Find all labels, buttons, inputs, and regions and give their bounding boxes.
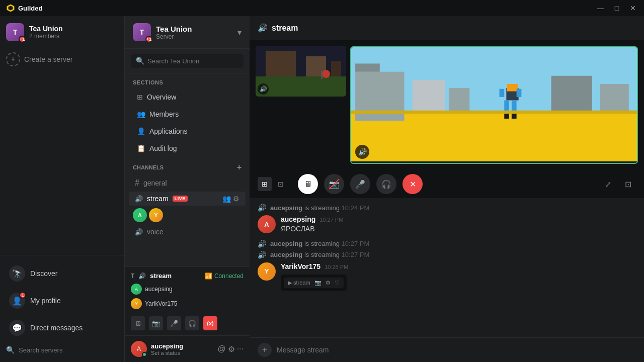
connected-avatar-aucepsing: A xyxy=(131,284,142,295)
mini-sound-button[interactable]: 🔊 xyxy=(258,83,269,95)
channel-search-icon: 🔍 xyxy=(136,57,144,65)
user-profile-bar: A aucepsing Set a status @ ⚙ ··· xyxy=(125,335,250,362)
attach-button[interactable]: + xyxy=(258,343,272,357)
section-members[interactable]: 👥 Members xyxy=(129,106,246,122)
message-input-bar: + xyxy=(250,337,644,362)
profile-icon: 👤 1 xyxy=(9,293,25,309)
section-overview[interactable]: ⊞ Overview xyxy=(129,89,246,105)
channel-stream[interactable]: 🔊 stream LIVE 👥 ⚙ xyxy=(129,192,246,206)
connected-users-list: A aucepsing Y YarikVor175 xyxy=(131,283,244,310)
settings-button[interactable]: ⚙ xyxy=(228,344,235,354)
user-status: Set a status xyxy=(151,350,213,356)
grid-view-button[interactable]: ⊞ xyxy=(258,177,272,191)
game-scene-svg xyxy=(351,47,637,161)
section-applications[interactable]: 👤 Applications xyxy=(129,123,246,139)
message-time-yarikvor: 10:28 PM xyxy=(325,264,348,270)
overview-icon: ⊞ xyxy=(137,93,143,101)
connected-controls: 🖥 📷 🎤 🎧 (x) xyxy=(131,313,244,330)
channel-settings-icon[interactable]: ⚙ xyxy=(233,195,239,203)
myprofile-label: My profile xyxy=(30,297,61,305)
nav-item-myprofile[interactable]: 👤 1 My profile xyxy=(3,288,121,314)
channel-search-input[interactable] xyxy=(147,57,238,65)
ctrl-end-button[interactable]: (x) xyxy=(203,316,217,330)
camera-off-button[interactable]: 📷 xyxy=(324,174,344,194)
headphones-button[interactable]: 🎧 xyxy=(376,174,396,194)
channel-voice[interactable]: 🔊 voice xyxy=(129,225,246,239)
minimize-button[interactable]: — xyxy=(594,3,608,13)
connected-bar: T 🔊 stream 📶 Connected A aucepsing Y Yar… xyxy=(125,266,250,335)
svg-rect-22 xyxy=(600,84,629,113)
voice-channel-icon: 🔊 xyxy=(135,195,143,203)
server-avatar: T +1 xyxy=(6,23,24,41)
notif-badge: +1 xyxy=(19,36,26,43)
end-stream-button[interactable]: ✕ xyxy=(403,174,423,194)
server-menu-chevron[interactable]: ▾ xyxy=(237,28,242,37)
app-logo: Guilded xyxy=(6,4,42,13)
ctrl-camera-off-button[interactable]: 📷 xyxy=(149,316,163,330)
ctrl-mic-button[interactable]: 🎤 xyxy=(167,316,181,330)
stream-channel-icon: 🔊 xyxy=(258,23,268,33)
search-servers: 🔍 xyxy=(0,342,124,358)
channel-members-icon[interactable]: 👥 xyxy=(222,195,231,203)
search-icon: 🔍 xyxy=(6,346,15,354)
channel-general[interactable]: # general xyxy=(129,175,246,191)
message-input[interactable] xyxy=(277,346,636,354)
pip-button[interactable]: ⊡ xyxy=(620,176,636,192)
connected-avatar-yarikvor: Y xyxy=(131,298,142,309)
expand-view-button[interactable]: ⤢ xyxy=(600,176,616,192)
messages-list: 🔊 aucepsing is streaming 10:24 PM A auce… xyxy=(250,198,644,337)
create-server-button[interactable]: + Create a server xyxy=(0,48,124,70)
message-avatar-yarikvor: Y xyxy=(258,262,276,281)
sys-msg-3-text: aucepsing is streaming 10:27 PM xyxy=(270,251,369,258)
server-list: T +1 Tea Union 2 members + Create a serv… xyxy=(0,16,125,362)
server-icon: T +1 xyxy=(133,23,151,41)
add-channel-button[interactable]: + xyxy=(237,163,242,172)
current-server[interactable]: T +1 Tea Union 2 members xyxy=(0,16,124,48)
server-title-text: Tea Union Server xyxy=(156,25,192,40)
server-list-content xyxy=(0,70,124,255)
hash-icon: # xyxy=(135,178,139,188)
voice-member-aucepsing: A xyxy=(133,208,147,222)
svg-rect-14 xyxy=(507,84,518,92)
svg-rect-4 xyxy=(331,61,341,76)
stream-main-view[interactable]: 🔊 xyxy=(350,46,638,164)
message-aucepsing: A aucepsing 10:27 PM ЯРОСЛАВ xyxy=(258,213,636,236)
message-image-preview: ▶ stream 📷 ⚙ ♡ xyxy=(281,275,347,291)
maximize-button[interactable]: □ xyxy=(610,3,624,13)
focus-view-button[interactable]: ⊡ xyxy=(274,177,288,191)
voice-member-yarikvor: Y xyxy=(149,208,163,222)
preview-bar: ▶ stream 📷 ⚙ ♡ xyxy=(284,278,344,288)
section-audit-log[interactable]: 📋 Audit log xyxy=(129,140,246,156)
svg-rect-2 xyxy=(266,51,296,76)
message-body-aucepsing: aucepsing 10:27 PM ЯРОСЛАВ xyxy=(281,215,636,234)
microphone-button[interactable]: 🎤 xyxy=(350,174,370,194)
mention-button[interactable]: @ xyxy=(217,344,225,354)
stream-mini-view[interactable]: 🔊 xyxy=(256,46,346,97)
nav-item-discover[interactable]: 🔭 Discover xyxy=(3,260,121,287)
server-notif-badge: +1 xyxy=(145,36,152,43)
svg-rect-20 xyxy=(517,89,522,97)
live-badge: LIVE xyxy=(173,196,188,202)
message-content-aucepsing: ЯРОСЛАВ xyxy=(281,224,636,234)
channel-actions: 👥 ⚙ xyxy=(222,195,239,203)
discover-label: Discover xyxy=(30,269,57,278)
screen-share-button[interactable]: 🖥 xyxy=(298,174,318,194)
ctrl-headphones-button[interactable]: 🎧 xyxy=(185,316,199,330)
dm-icon: 💬 xyxy=(9,320,25,336)
mini-stream-svg xyxy=(256,46,346,97)
stream-mute-button[interactable]: 🔊 xyxy=(355,145,369,159)
ctrl-screen-button[interactable]: 🖥 xyxy=(131,316,145,330)
stream-controls-bar: ⊞ ⊡ 🖥 📷 🎤 🎧 ✕ ⤢ ⊡ xyxy=(250,170,644,198)
svg-rect-6 xyxy=(321,71,323,79)
bottom-nav: 🔭 Discover 👤 1 My profile 💬 Direct messa… xyxy=(0,255,124,362)
close-button[interactable]: ✕ xyxy=(626,3,640,13)
message-header-yarikvor: YarikVor175 10:28 PM xyxy=(281,262,636,270)
user-profile-actions: @ ⚙ ··· xyxy=(217,344,244,354)
more-options-button[interactable]: ··· xyxy=(237,344,244,354)
connected-user-yarikvor: Y YarikVor175 xyxy=(131,297,244,310)
nav-item-dm[interactable]: 💬 Direct messages xyxy=(3,315,121,341)
voice-members-list: A Y xyxy=(125,206,250,224)
connected-user-aucepsing: A aucepsing xyxy=(131,283,244,296)
system-message-1: 🔊 aucepsing is streaming 10:24 PM xyxy=(258,202,636,213)
search-servers-input[interactable] xyxy=(19,346,118,354)
